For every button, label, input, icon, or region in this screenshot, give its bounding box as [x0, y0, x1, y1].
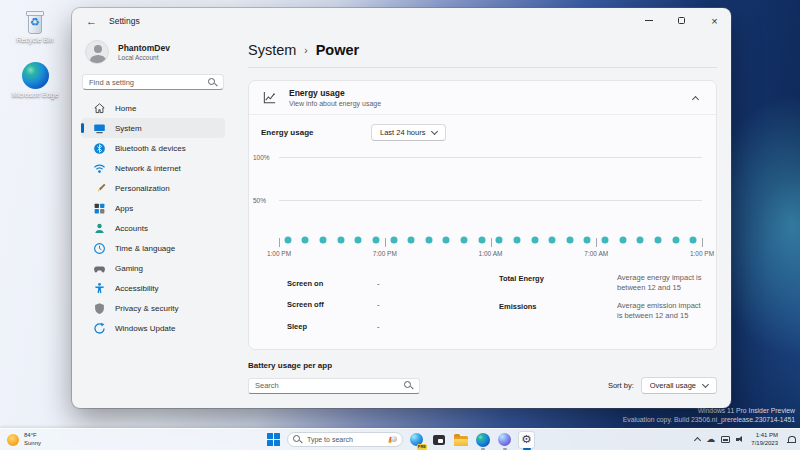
- time-range-dropdown[interactable]: Last 24 hours: [371, 124, 446, 141]
- chevron-up-icon: [692, 96, 699, 103]
- energy-data-point: [372, 236, 379, 243]
- breadcrumb-separator-icon: ›: [304, 44, 307, 56]
- search-icon: [404, 381, 413, 390]
- gridline: [279, 200, 702, 201]
- edge-button[interactable]: [474, 431, 491, 449]
- sidebar-item-home[interactable]: Home: [81, 98, 225, 118]
- energy-usage-card: Energy usage View info about energy usag…: [248, 80, 717, 350]
- app-search-box[interactable]: [248, 378, 420, 394]
- sidebar-item-label: Personalization: [115, 184, 170, 193]
- account-card[interactable]: PhantomDev Local Account: [80, 36, 226, 74]
- desktop-icon-recycle-bin[interactable]: ♻ Recycle Bin: [6, 8, 64, 44]
- energy-data-point: [619, 236, 626, 243]
- maximize-button[interactable]: [665, 8, 698, 33]
- widgets-temperature: 84°F: [24, 432, 41, 440]
- energy-data-point: [513, 236, 520, 243]
- breadcrumb-parent[interactable]: System: [248, 42, 296, 58]
- onedrive-cloud-icon[interactable]: ☁: [706, 435, 715, 444]
- x-axis-tick-label: 1:00 PM: [267, 250, 291, 257]
- start-button[interactable]: [265, 431, 282, 449]
- desktop-icon-edge[interactable]: Microsoft Edge: [6, 62, 64, 99]
- energy-data-point: [337, 236, 344, 243]
- copilot-preview-button[interactable]: PRE: [408, 431, 425, 449]
- battery-section-title: Battery usage per app: [248, 361, 717, 370]
- search-icon: [208, 78, 217, 87]
- sidebar-item-label: Privacy & security: [115, 304, 179, 313]
- sidebar-item-bluetooth-devices[interactable]: Bluetooth & devices: [81, 138, 225, 158]
- personalization-icon: [92, 181, 106, 195]
- edge-beta-icon: [498, 433, 511, 446]
- desktop-icon-label: Recycle Bin: [17, 36, 54, 44]
- stat-label: Screen off: [287, 300, 377, 309]
- stat-row: Screen on-: [287, 273, 499, 295]
- sidebar-item-gaming[interactable]: Gaming: [81, 258, 225, 278]
- energy-chart-icon: [261, 89, 277, 105]
- y-axis-tick-label: 100%: [253, 153, 275, 160]
- sidebar: PhantomDev Local Account HomeSystemBluet…: [72, 34, 234, 408]
- sidebar-item-label: System: [115, 124, 142, 133]
- task-view-icon: [433, 435, 445, 445]
- energy-data-point: [425, 236, 432, 243]
- edge-icon: [476, 433, 490, 447]
- content-pane: System › Power Energy usage View info ab…: [234, 34, 731, 408]
- stat-value: -: [377, 279, 380, 288]
- settings-taskbar-button[interactable]: ⚙: [518, 431, 535, 449]
- account-name: PhantomDev: [118, 43, 170, 53]
- taskbar-search[interactable]: Type to search: [287, 432, 403, 447]
- folder-icon: [454, 436, 468, 446]
- stat-label: Total Energy: [499, 273, 617, 283]
- close-button[interactable]: ×: [698, 8, 731, 33]
- collapse-button[interactable]: [693, 88, 698, 106]
- sidebar-item-accounts[interactable]: Accounts: [81, 218, 225, 238]
- sidebar-item-system[interactable]: System: [81, 118, 225, 138]
- x-axis-tick: [385, 238, 386, 247]
- sidebar-item-network-internet[interactable]: Network & internet: [81, 158, 225, 178]
- breadcrumb: System › Power: [248, 42, 717, 58]
- sidebar-item-windows-update[interactable]: Windows Update: [81, 318, 225, 338]
- x-axis-tick: [596, 238, 597, 247]
- network-icon[interactable]: [721, 436, 730, 443]
- sidebar-item-time-language[interactable]: Time & language: [81, 238, 225, 258]
- minimize-button[interactable]: [632, 8, 665, 33]
- x-axis-tick-label: 1:00 AM: [479, 250, 503, 257]
- sort-dropdown[interactable]: Overall usage: [641, 377, 717, 394]
- volume-icon[interactable]: [736, 436, 745, 444]
- app-search-input[interactable]: [255, 381, 404, 390]
- stat-label: Sleep: [287, 322, 377, 331]
- sidebar-nav: HomeSystemBluetooth & devicesNetwork & i…: [80, 98, 226, 338]
- sidebar-item-label: Windows Update: [115, 324, 175, 333]
- sidebar-item-accessibility[interactable]: Accessibility: [81, 278, 225, 298]
- system-icon: [92, 121, 106, 135]
- y-axis-tick-label: 50%: [253, 196, 275, 203]
- energy-data-point: [355, 236, 362, 243]
- insider-watermark: Windows 11 Pro Insider Preview Evaluatio…: [623, 406, 795, 424]
- tray-chevron-icon[interactable]: [694, 437, 701, 444]
- sidebar-item-apps[interactable]: Apps: [81, 198, 225, 218]
- settings-search-input[interactable]: [89, 78, 208, 87]
- edge-icon: [22, 62, 49, 89]
- energy-card-header[interactable]: Energy usage View info about energy usag…: [249, 81, 716, 114]
- energy-data-point: [443, 236, 450, 243]
- sidebar-item-personalization[interactable]: Personalization: [81, 178, 225, 198]
- sidebar-item-label: Network & internet: [115, 164, 181, 173]
- stat-row: Total EnergyAverage energy impact is bet…: [499, 273, 704, 294]
- accounts-icon: [92, 221, 106, 235]
- home-icon: [92, 101, 106, 115]
- file-explorer-button[interactable]: [452, 431, 469, 449]
- task-view-button[interactable]: [430, 431, 447, 449]
- sidebar-item-privacy-security[interactable]: Privacy & security: [81, 298, 225, 318]
- gridline: [279, 157, 702, 158]
- settings-search-box[interactable]: [82, 74, 224, 90]
- edge-beta-button[interactable]: [496, 431, 513, 449]
- widgets-condition: Sunny: [24, 440, 41, 448]
- notifications-bell-icon[interactable]: [786, 435, 795, 444]
- stat-row: EmissionsAverage emission impact is betw…: [499, 301, 704, 322]
- sidebar-item-label: Accounts: [115, 224, 148, 233]
- chevron-down-icon: [702, 381, 709, 388]
- energy-usage-chart: 100%50%1:00 PM7:00 PM1:00 AM7:00 AM1:00 …: [253, 145, 708, 271]
- widgets-button[interactable]: 84°F Sunny: [7, 429, 41, 450]
- back-button[interactable]: ←: [86, 16, 97, 27]
- clock[interactable]: 1:41 PM 7/19/2023: [751, 432, 778, 448]
- titlebar[interactable]: ← Settings ×: [72, 8, 731, 34]
- x-axis-tick: [279, 238, 280, 247]
